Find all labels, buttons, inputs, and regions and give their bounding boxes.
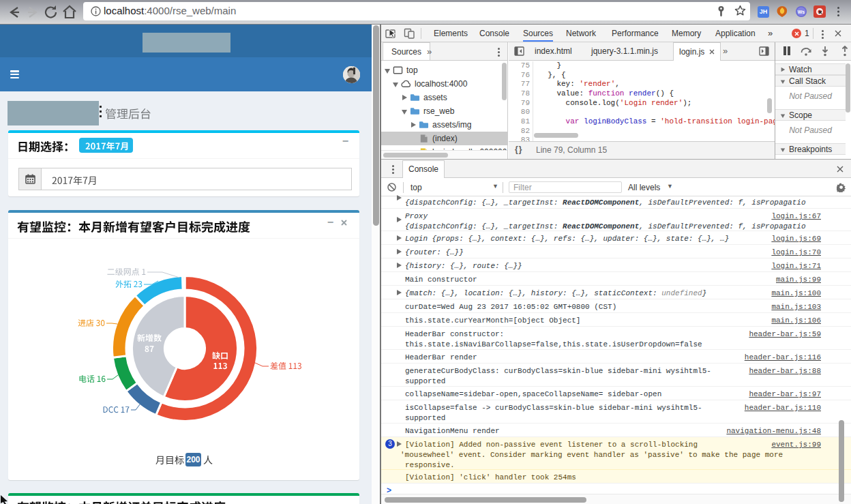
svg-text:Ws: Ws [798, 10, 805, 14]
